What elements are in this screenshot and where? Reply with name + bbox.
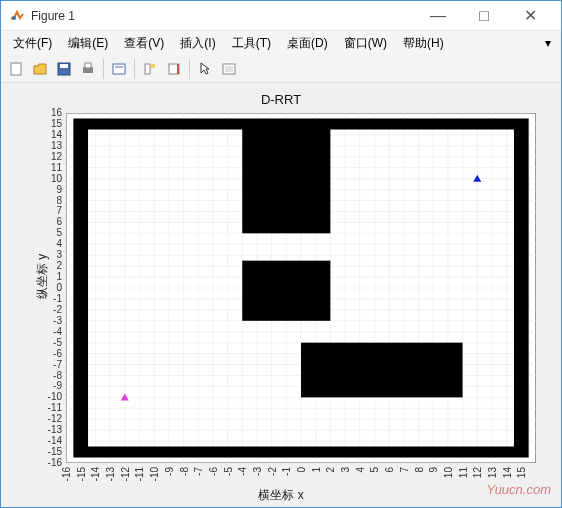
close-button[interactable]: ✕	[507, 1, 553, 30]
maximize-button[interactable]: □	[461, 1, 507, 30]
colorbar-button[interactable]	[163, 58, 185, 80]
menu-file[interactable]: 文件(F)	[5, 32, 60, 55]
menu-dropdown[interactable]: ▾	[452, 36, 557, 50]
print-button[interactable]	[77, 58, 99, 80]
link-button[interactable]	[108, 58, 130, 80]
menubar: 文件(F) 编辑(E) 查看(V) 插入(I) 工具(T) 桌面(D) 窗口(W…	[1, 31, 561, 55]
svg-rect-5	[85, 63, 91, 68]
matlab-icon	[9, 8, 25, 24]
svg-rect-3	[60, 64, 68, 68]
watermark: Yuucn.com	[486, 482, 551, 497]
svg-rect-80	[242, 124, 330, 233]
titlebar: Figure 1 — □ ✕	[1, 1, 561, 31]
menu-edit[interactable]: 编辑(E)	[60, 32, 116, 55]
toolbar	[1, 55, 561, 83]
new-figure-button[interactable]	[5, 58, 27, 80]
figure-window: Figure 1 — □ ✕ 文件(F) 编辑(E) 查看(V) 插入(I) 工…	[0, 0, 562, 508]
figure-area: D-RRT 纵坐标 y 横坐标 x -16-15-14-13-12-11-10-…	[1, 83, 561, 507]
svg-rect-82	[301, 343, 463, 398]
plot-canvas	[66, 113, 536, 463]
menu-insert[interactable]: 插入(I)	[172, 32, 223, 55]
svg-rect-8	[145, 64, 150, 74]
pointer-button[interactable]	[194, 58, 216, 80]
data-cursor-button[interactable]	[139, 58, 161, 80]
svg-rect-81	[242, 261, 330, 321]
svg-rect-13	[225, 66, 233, 72]
svg-rect-11	[177, 64, 179, 74]
open-button[interactable]	[29, 58, 51, 80]
save-button[interactable]	[53, 58, 75, 80]
svg-rect-9	[151, 64, 155, 68]
menu-help[interactable]: 帮助(H)	[395, 32, 452, 55]
toolbar-separator	[189, 59, 190, 79]
minimize-button[interactable]: —	[415, 1, 461, 30]
menu-tools[interactable]: 工具(T)	[224, 32, 279, 55]
menu-view[interactable]: 查看(V)	[116, 32, 172, 55]
toolbar-separator	[103, 59, 104, 79]
menu-desktop[interactable]: 桌面(D)	[279, 32, 336, 55]
svg-rect-6	[113, 64, 125, 74]
edit-plot-button[interactable]	[218, 58, 240, 80]
svg-point-0	[12, 16, 16, 20]
menu-window[interactable]: 窗口(W)	[336, 32, 395, 55]
window-title: Figure 1	[31, 9, 415, 23]
toolbar-separator	[134, 59, 135, 79]
svg-rect-1	[11, 63, 21, 75]
x-axis-label: 横坐标 x	[1, 487, 561, 504]
chart-title: D-RRT	[1, 92, 561, 107]
